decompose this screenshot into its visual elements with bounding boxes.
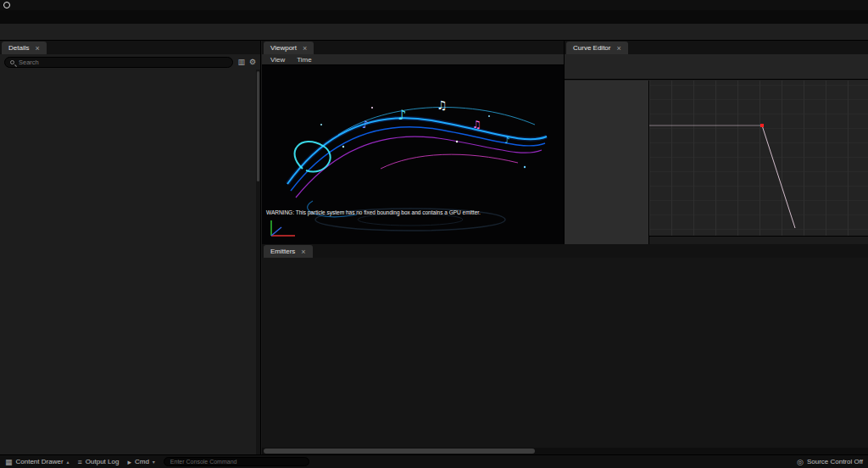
settings-gear-icon[interactable]: ⚙ <box>249 58 256 66</box>
viewport-panel: Viewport × View Time ♪ ♪ ♫ ♫ ♪ <box>262 41 565 244</box>
display-filter-icon[interactable]: ▥ <box>237 58 245 66</box>
chevron-down-icon: ▾ <box>153 459 155 465</box>
tab-curve-editor[interactable]: Curve Editor × <box>566 42 628 54</box>
tab-details[interactable]: Details × <box>2 42 47 54</box>
content-drawer-button[interactable]: ▦ Content Drawer ▴ <box>5 458 70 466</box>
output-log-label: Output Log <box>86 458 120 465</box>
tab-label: Viewport <box>270 44 297 52</box>
cmd-label: Cmd <box>135 458 149 465</box>
curve-editor-panel: Curve Editor × <box>565 41 868 244</box>
details-scrollbar[interactable] <box>256 70 260 454</box>
cascade-particle-editor-window: { "app": { "menubar": ["File","Edit","As… <box>0 0 868 468</box>
tab-label: Curve Editor <box>573 44 610 52</box>
close-icon[interactable]: × <box>35 44 39 53</box>
emitters-tab-strip: Emitters × <box>262 244 868 258</box>
viewport-menu-bar: View Time <box>262 54 564 65</box>
output-log-button[interactable]: ≡ Output Log <box>78 458 120 466</box>
close-icon[interactable]: × <box>303 44 307 53</box>
content-drawer-label: Content Drawer <box>16 458 64 465</box>
details-tab-strip: Details × <box>0 41 260 54</box>
output-log-icon: ≡ <box>78 458 82 466</box>
viewport-tab-strip: Viewport × <box>262 41 564 54</box>
details-search-row: Search ▥ ⚙ <box>0 54 260 70</box>
tab-label: Emitters <box>270 248 295 255</box>
svg-text:♫: ♫ <box>437 98 448 112</box>
console-icon: ▸ <box>127 458 131 466</box>
menu-bar <box>0 0 868 10</box>
curve-editor-tab-strip: Curve Editor × <box>565 41 868 54</box>
source-control-icon: ◎ <box>797 458 804 466</box>
curve-graph[interactable] <box>649 81 868 244</box>
status-bar: ▦ Content Drawer ▴ ≡ Output Log ▸ Cmd ▾ … <box>0 454 868 468</box>
curve-editor-toolbar <box>565 54 868 80</box>
tab-emitters[interactable]: Emitters × <box>264 245 313 258</box>
chevron-up-icon: ▴ <box>67 459 70 465</box>
search-icon <box>10 60 14 64</box>
viewport-canvas[interactable]: ♪ ♪ ♫ ♫ ♪ WARNING: This particle system … <box>262 65 564 244</box>
emitters-panel: Emitters × <box>262 244 868 454</box>
svg-text:♫: ♫ <box>472 119 481 131</box>
curve-plot <box>649 81 868 228</box>
details-panel: Details × Search ▥ ⚙ <box>0 41 261 454</box>
search-input[interactable]: Search <box>4 57 233 68</box>
tab-label: Details <box>8 44 29 52</box>
close-icon[interactable]: × <box>616 44 620 53</box>
console-placeholder: Enter Console Command <box>170 459 237 465</box>
main-toolbar <box>0 24 868 41</box>
console-input[interactable]: Enter Console Command <box>164 457 309 466</box>
curve-track-list <box>565 81 649 244</box>
unreal-logo-icon <box>3 2 10 8</box>
search-placeholder: Search <box>19 58 39 66</box>
curve-x-axis <box>649 236 868 244</box>
emitter-columns <box>264 259 868 447</box>
tab-viewport[interactable]: Viewport × <box>264 42 314 54</box>
svg-text:♪: ♪ <box>362 119 369 131</box>
close-icon[interactable]: × <box>301 248 305 256</box>
gpu-emitter-warning: WARNING: This particle system has no fix… <box>266 209 481 215</box>
source-control-label: Source Control Off <box>807 458 863 465</box>
svg-text:♪: ♪ <box>504 136 509 145</box>
asset-tab-bar <box>0 10 868 24</box>
time-menu[interactable]: Time <box>292 56 316 64</box>
content-drawer-icon: ▦ <box>5 458 13 466</box>
particle-preview: ♪ ♪ ♫ ♫ ♪ <box>262 65 564 244</box>
svg-text:♪: ♪ <box>398 107 406 123</box>
emitters-horizontal-scrollbar[interactable] <box>262 448 868 454</box>
cmd-dropdown[interactable]: ▸ Cmd ▾ <box>127 458 154 466</box>
source-control-button[interactable]: ◎ Source Control Off <box>797 458 863 466</box>
axis-gizmo-icon <box>266 217 302 241</box>
view-menu[interactable]: View <box>265 56 290 64</box>
